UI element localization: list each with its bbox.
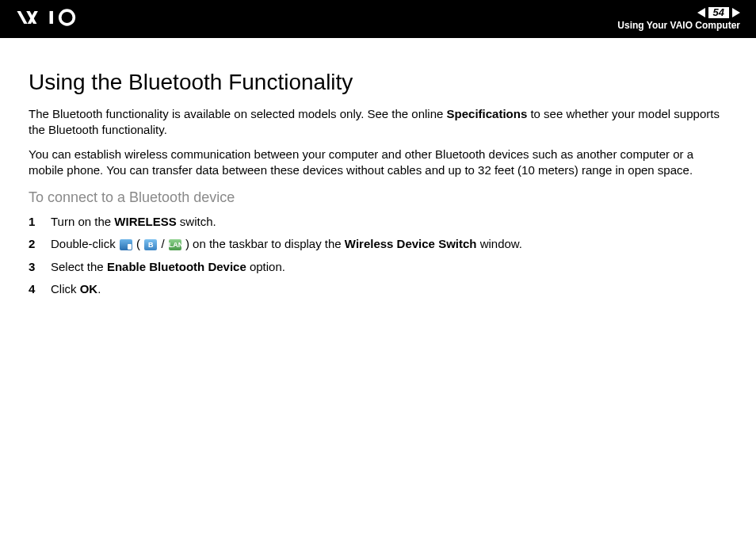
intro-para-2: You can establish wireless communication… xyxy=(29,147,727,179)
bluetooth-tray-icon: B xyxy=(144,239,157,250)
text: switch. xyxy=(177,215,216,228)
subsection-title: To connect to a Bluetooth device xyxy=(29,189,727,206)
text: Select the xyxy=(51,260,107,273)
text: window. xyxy=(476,237,522,250)
page-header: 54 Using Your VAIO Computer xyxy=(0,0,756,38)
page-content: Using the Bluetooth Functionality The Bl… xyxy=(0,38,756,319)
text: option. xyxy=(246,260,285,273)
wireless-tray-icon xyxy=(120,239,132,250)
page-nav: 54 xyxy=(697,7,740,18)
vaio-logo xyxy=(16,6,97,32)
lan-tray-icon: LAN xyxy=(169,239,181,250)
text: Click xyxy=(51,282,80,296)
text: . xyxy=(97,282,101,296)
step-2: Double-click ( B / LAN ) on the taskbar … xyxy=(29,236,727,252)
specifications-label: Specifications xyxy=(447,107,528,120)
step-1: Turn on the WIRELESS switch. xyxy=(29,214,727,230)
text: / xyxy=(158,237,168,250)
step-3: Select the Enable Bluetooth Device optio… xyxy=(29,259,727,275)
page-title: Using the Bluetooth Functionality xyxy=(29,70,727,95)
prev-page-arrow-icon[interactable] xyxy=(697,8,705,17)
section-name: Using Your VAIO Computer xyxy=(617,20,740,31)
wireless-device-switch-label: Wireless Device Switch xyxy=(345,237,477,250)
wireless-switch-label: WIRELESS xyxy=(114,215,176,228)
text: The Bluetooth functionality is available… xyxy=(29,107,447,120)
steps-list: Turn on the WIRELESS switch. Double-clic… xyxy=(29,214,727,297)
page-number: 54 xyxy=(708,7,729,18)
text: Double-click xyxy=(51,237,119,250)
ok-button-label: OK xyxy=(80,282,98,296)
text: Turn on the xyxy=(51,215,114,228)
header-right: 54 Using Your VAIO Computer xyxy=(617,7,740,31)
svg-rect-0 xyxy=(50,11,53,24)
step-4: Click OK. xyxy=(29,281,727,297)
svg-point-1 xyxy=(60,10,74,25)
enable-bluetooth-label: Enable Bluetooth Device xyxy=(107,260,246,273)
text: ) on the taskbar to display the xyxy=(182,237,345,250)
text: ( xyxy=(133,237,143,250)
next-page-arrow-icon[interactable] xyxy=(732,8,740,17)
intro-para-1: The Bluetooth functionality is available… xyxy=(29,106,727,139)
